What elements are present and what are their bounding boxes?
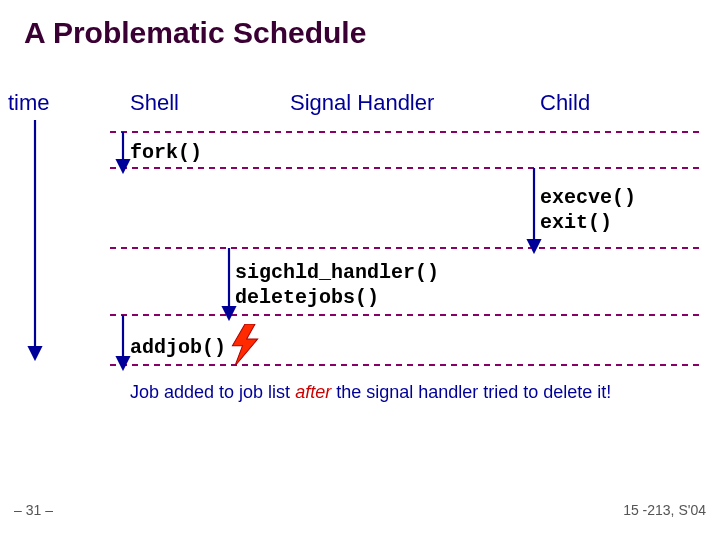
caption-pre: Job added to job list [130,382,295,402]
caption: Job added to job list after the signal h… [130,382,611,403]
slide-title: A Problematic Schedule [24,16,366,50]
lightning-icon [228,324,262,366]
slide-number: – 31 – [14,502,53,518]
caption-emph: after [295,382,331,402]
caption-post: the signal handler tried to delete it! [331,382,611,402]
diagram-stage: time Shell Signal Handler Child fork() e… [0,90,720,410]
course-footer: 15 -213, S'04 [623,502,706,518]
svg-marker-0 [232,324,257,366]
diagram-svg [0,90,720,410]
